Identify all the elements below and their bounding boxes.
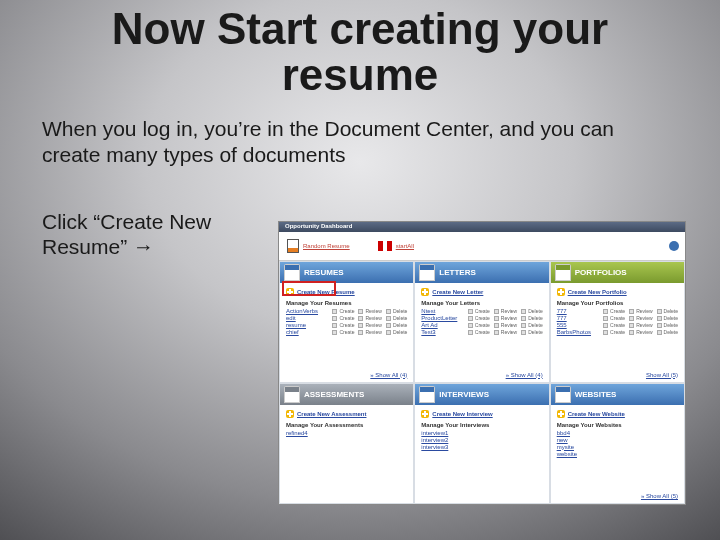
item-op[interactable]: Create: [332, 329, 354, 335]
list-item: new: [557, 437, 678, 443]
item-op[interactable]: Create: [603, 322, 625, 328]
item-link[interactable]: refined4: [286, 430, 308, 436]
recent-doc-1[interactable]: Random Resume: [287, 239, 350, 253]
item-link[interactable]: edit: [286, 315, 296, 321]
show-all-link[interactable]: » Show All (4): [415, 370, 548, 382]
item-link[interactable]: ProductLetter: [421, 315, 457, 321]
item-op[interactable]: Delete: [521, 322, 542, 328]
item-op[interactable]: Create: [468, 329, 490, 335]
create-new-link[interactable]: Create New Website: [551, 405, 684, 420]
show-all-link[interactable]: [280, 497, 413, 503]
item-op[interactable]: Review: [358, 329, 381, 335]
dashboard-card: RESUMES Create New Resume Manage Your Re…: [279, 261, 414, 383]
item-link[interactable]: website: [557, 451, 577, 457]
item-op[interactable]: Create: [603, 308, 625, 314]
item-op[interactable]: Review: [629, 315, 652, 321]
card-header: ASSESSMENTS: [280, 384, 413, 405]
card-header: WEBSITES: [551, 384, 684, 405]
item-op[interactable]: Delete: [657, 322, 678, 328]
item-op[interactable]: Create: [468, 308, 490, 314]
item-op[interactable]: Delete: [521, 329, 542, 335]
item-link[interactable]: 777: [557, 315, 567, 321]
item-op[interactable]: Create: [468, 322, 490, 328]
item-link[interactable]: 555: [557, 322, 567, 328]
create-new-link[interactable]: Create New Portfolio: [551, 283, 684, 298]
item-link[interactable]: Art Ad: [421, 322, 437, 328]
item-link[interactable]: mysite: [557, 444, 574, 450]
item-link[interactable]: interview2: [421, 437, 448, 443]
item-op[interactable]: Delete: [386, 329, 407, 335]
item-op[interactable]: Review: [629, 308, 652, 314]
show-all-link[interactable]: » Show All (5): [551, 491, 684, 503]
item-op[interactable]: Review: [494, 322, 517, 328]
folder-icon: [555, 264, 571, 281]
section-label: Manage Your Websites: [551, 420, 684, 429]
item-op[interactable]: Create: [332, 315, 354, 321]
item-op[interactable]: Create: [603, 329, 625, 335]
item-op[interactable]: Delete: [386, 322, 407, 328]
item-link[interactable]: Test3: [421, 329, 435, 335]
plus-icon: [557, 410, 565, 418]
item-link[interactable]: resume: [286, 322, 306, 328]
screenshot-window-title: Opportunity Dashboard: [279, 222, 685, 232]
plus-icon: [286, 410, 294, 418]
item-link[interactable]: interview3: [421, 444, 448, 450]
item-op[interactable]: Review: [494, 329, 517, 335]
item-op[interactable]: Review: [358, 308, 381, 314]
item-link[interactable]: interview1: [421, 430, 448, 436]
item-op[interactable]: Delete: [657, 308, 678, 314]
screenshot-toolbar: Random Resume startAll: [279, 232, 685, 261]
item-op[interactable]: Delete: [386, 308, 407, 314]
card-title: INTERVIEWS: [439, 390, 489, 399]
folder-icon: [419, 264, 435, 281]
item-link[interactable]: chief: [286, 329, 299, 335]
plus-icon: [421, 410, 429, 418]
section-label: Manage Your Letters: [415, 298, 548, 307]
folder-icon: [284, 386, 300, 403]
item-op[interactable]: Delete: [657, 315, 678, 321]
card-header: PORTFOLIOS: [551, 262, 684, 283]
card-title: LETTERS: [439, 268, 475, 277]
show-all-link[interactable]: Show All (5): [551, 370, 684, 382]
list-item: refined4: [286, 430, 407, 436]
show-all-link[interactable]: » Show All (4): [280, 370, 413, 382]
create-new-link[interactable]: Create New Interview: [415, 405, 548, 420]
recent-doc-label: Random Resume: [303, 243, 350, 249]
item-op[interactable]: Review: [629, 329, 652, 335]
item-op[interactable]: Delete: [657, 329, 678, 335]
item-op[interactable]: Delete: [521, 315, 542, 321]
create-new-link[interactable]: Create New Letter: [415, 283, 548, 298]
dashboard-card: LETTERS Create New Letter Manage Your Le…: [414, 261, 549, 383]
help-icon[interactable]: [669, 241, 679, 251]
recent-doc-2[interactable]: startAll: [378, 241, 414, 251]
create-new-link[interactable]: Create New Resume: [280, 283, 413, 298]
show-all-link[interactable]: [415, 497, 548, 503]
item-link[interactable]: Ntest: [421, 308, 435, 314]
item-op[interactable]: Create: [603, 315, 625, 321]
item-link[interactable]: BarbsPhotos: [557, 329, 591, 335]
item-op[interactable]: Create: [468, 315, 490, 321]
item-op[interactable]: Review: [358, 322, 381, 328]
card-title: ASSESSMENTS: [304, 390, 364, 399]
list-item: mysite: [557, 444, 678, 450]
item-op[interactable]: Delete: [521, 308, 542, 314]
item-link[interactable]: new: [557, 437, 568, 443]
dashboard-card: PORTFOLIOS Create New Portfolio Manage Y…: [550, 261, 685, 383]
item-op[interactable]: Review: [358, 315, 381, 321]
item-op[interactable]: Create: [332, 308, 354, 314]
list-item: Ntest CreateReviewDelete: [421, 308, 542, 314]
card-header: INTERVIEWS: [415, 384, 548, 405]
create-new-link[interactable]: Create New Assessment: [280, 405, 413, 420]
item-op[interactable]: Review: [629, 322, 652, 328]
item-op[interactable]: Delete: [386, 315, 407, 321]
item-op[interactable]: Create: [332, 322, 354, 328]
item-op[interactable]: Review: [494, 315, 517, 321]
item-op[interactable]: Review: [494, 308, 517, 314]
item-link[interactable]: ActionVerbs: [286, 308, 318, 314]
folder-icon: [284, 264, 300, 281]
item-link[interactable]: bbd4: [557, 430, 570, 436]
item-link[interactable]: 777: [557, 308, 567, 314]
card-title: PORTFOLIOS: [575, 268, 627, 277]
list-item: 555 CreateReviewDelete: [557, 322, 678, 328]
list-item: ActionVerbs CreateReviewDelete: [286, 308, 407, 314]
